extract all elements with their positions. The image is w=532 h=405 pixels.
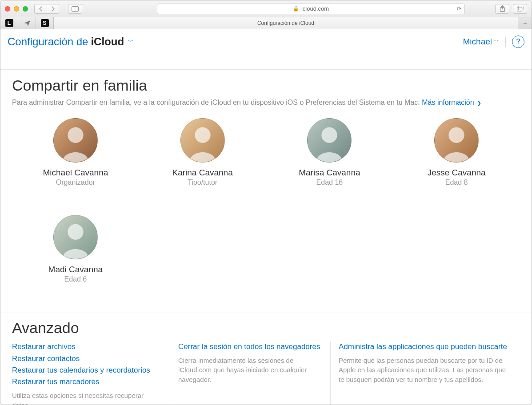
family-member[interactable]: Jesse CavannaEdad 8 [393, 118, 520, 187]
person-icon [54, 119, 97, 162]
family-member[interactable]: Marisa CavannaEdad 16 [266, 118, 393, 187]
airplane-icon [23, 19, 31, 27]
member-role: Organizador [56, 179, 95, 187]
member-name: Marisa Cavanna [299, 168, 360, 178]
family-section-subtitle: Para administrar Compartir en familia, v… [12, 98, 520, 107]
pinned-tab-icon: L [5, 19, 13, 27]
zoom-window-button[interactable] [23, 6, 28, 12]
family-subtitle-text: Para administrar Compartir en familia, v… [12, 99, 422, 106]
browser-titlebar: 🔒 icloud.com ⟳ [0, 0, 532, 17]
breadcrumb[interactable]: Configuración de iCloud ﹀ [8, 36, 134, 48]
window-controls [5, 6, 28, 12]
manage-lookup-apps-link[interactable]: Administra las applicaciones que pueden … [339, 341, 512, 353]
forward-button[interactable] [47, 4, 59, 14]
tabs-overview-button[interactable] [513, 4, 527, 14]
sidebar-icon [72, 6, 79, 12]
member-role: Tipo/tutor [188, 179, 217, 187]
person-icon [308, 119, 351, 162]
restore-contacts-link[interactable]: Restaurar contactos [12, 353, 162, 365]
chevron-right-icon [51, 6, 55, 12]
family-section-title: Compartir en familia [12, 77, 520, 94]
member-role: Edad 8 [445, 179, 468, 187]
close-window-button[interactable] [5, 6, 10, 12]
pinned-tab-0[interactable]: L [0, 17, 18, 29]
tabs-icon [517, 6, 524, 12]
person-icon [435, 119, 478, 162]
svg-point-7 [322, 127, 337, 143]
more-info-label: Más información [422, 99, 474, 106]
advanced-col-lookup: Administra las applicaciones que pueden … [331, 341, 520, 405]
pinned-tab-1[interactable] [18, 17, 36, 29]
avatar [307, 118, 352, 163]
user-name: Michael [463, 37, 492, 47]
lookup-desc: Permite que las personas puedan buscarte… [339, 356, 512, 385]
breadcrumb-prefix: Configuración de [8, 36, 88, 48]
member-name: Madi Cavanna [48, 265, 103, 274]
avatar [53, 215, 98, 259]
restore-desc: Utiliza estas opciones si necesitas recu… [12, 391, 162, 405]
avatar [180, 118, 225, 163]
chevron-down-icon: ﹀ [128, 38, 134, 46]
pinned-tab-2[interactable]: S [36, 17, 54, 29]
nav-arrows [34, 4, 59, 14]
divider [505, 37, 506, 47]
user-menu-area: Michael ﹀ ? [463, 36, 524, 48]
svg-point-6 [195, 127, 210, 143]
family-member[interactable]: Michael CavannaOrganizador [12, 118, 139, 187]
restore-calendars-link[interactable]: Restaurar tus calendarios y recordatorio… [12, 365, 162, 376]
svg-rect-3 [517, 7, 522, 11]
member-name: Jesse Cavanna [428, 168, 486, 178]
tab-title: Configuración de iCloud [257, 20, 314, 26]
restore-files-link[interactable]: Restaurar archivos [12, 341, 162, 353]
back-button[interactable] [34, 4, 47, 14]
chevron-down-icon: ﹀ [494, 38, 499, 45]
share-icon [500, 5, 505, 12]
active-tab[interactable]: Configuración de iCloud [54, 17, 518, 29]
advanced-col-restore: Restaurar archivos Restaurar contactos R… [12, 341, 170, 405]
content: Compartir en familia Para administrar Co… [0, 77, 532, 310]
svg-point-9 [68, 224, 83, 240]
avatar [434, 118, 479, 163]
icloud-header: Configuración de iCloud ﹀ Michael ﹀ ? [0, 29, 532, 54]
advanced-section: Avanzado Restaurar archivos Restaurar co… [0, 313, 532, 405]
help-button[interactable]: ? [512, 36, 524, 48]
lock-icon: 🔒 [293, 6, 299, 12]
more-info-link[interactable]: Más información ❯ [422, 99, 481, 106]
url-host: icloud.com [301, 5, 329, 12]
chevron-right-icon: ❯ [476, 100, 481, 106]
reload-button[interactable]: ⟳ [457, 5, 462, 12]
member-role: Edad 6 [64, 275, 87, 283]
restore-bookmarks-link[interactable]: Restaurar tus marcadores [12, 376, 162, 388]
header-spacer [0, 54, 532, 70]
svg-rect-0 [72, 6, 79, 11]
minimize-window-button[interactable] [14, 6, 19, 12]
sidebar-toggle-button[interactable] [68, 4, 82, 14]
new-tab-button[interactable]: ＋ [518, 17, 532, 29]
signout-desc: Cierra inmediatamente las sesiones de iC… [178, 356, 322, 385]
advanced-col-signout: Cerrar la sesión en todos los navegadore… [170, 341, 330, 405]
question-icon: ? [516, 37, 520, 46]
svg-rect-4 [518, 6, 523, 10]
pinned-tab-icon: S [41, 19, 49, 27]
member-name: Karina Cavanna [172, 168, 232, 178]
member-name: Michael Cavanna [43, 168, 108, 178]
member-role: Edad 16 [316, 179, 343, 187]
breadcrumb-app: iCloud [91, 36, 124, 48]
url-bar[interactable]: 🔒 icloud.com ⟳ [157, 4, 465, 14]
person-icon [54, 215, 97, 259]
user-menu[interactable]: Michael ﹀ [463, 37, 499, 47]
advanced-title: Avanzado [12, 319, 520, 337]
avatar [53, 118, 98, 163]
tab-bar: L S Configuración de iCloud ＋ [0, 17, 532, 29]
signout-all-link[interactable]: Cerrar la sesión en todos los navegadore… [178, 341, 322, 353]
family-member[interactable]: Karina CavannaTipo/tutor [139, 118, 266, 187]
svg-point-5 [68, 127, 83, 143]
family-members-grid: Michael CavannaOrganizadorKarina Cavanna… [12, 118, 520, 310]
svg-point-8 [448, 127, 464, 143]
right-chrome [495, 4, 527, 14]
chevron-left-icon [39, 6, 43, 12]
share-button[interactable] [495, 4, 509, 14]
person-icon [181, 119, 224, 162]
family-member[interactable]: Madi CavannaEdad 6 [12, 215, 139, 283]
